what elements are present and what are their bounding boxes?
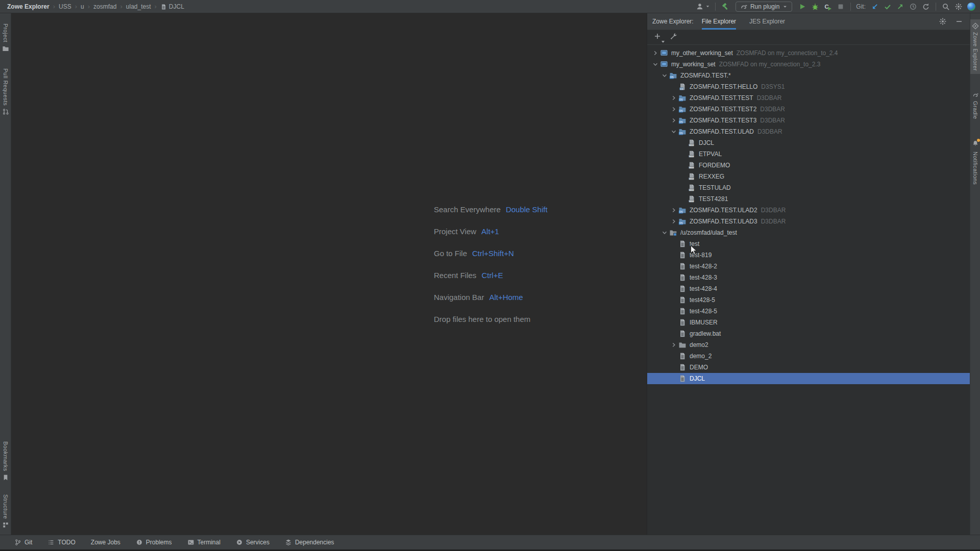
tree-row[interactable]: DSZOSMFAD.TEST.ULAD2D3DBAR <box>647 205 970 216</box>
chevron-right-icon[interactable] <box>670 94 678 102</box>
dataset-icon: DS <box>678 128 687 136</box>
chevron-right-icon[interactable] <box>670 217 678 226</box>
chevron-right-icon[interactable] <box>670 206 678 214</box>
debug-button[interactable] <box>810 2 821 12</box>
tree-row[interactable]: DSZOSMFAD.TEST.ULADD3DBAR <box>647 126 970 137</box>
hammer-button[interactable] <box>720 2 731 12</box>
sphere-button[interactable] <box>966 2 977 12</box>
stripe-tab-zowe-explorer[interactable]: Zowe Explorer <box>970 19 980 74</box>
stripe-tab-gradle[interactable]: Gradle <box>970 88 980 122</box>
tab-file-explorer[interactable]: File Explorer <box>702 13 736 30</box>
stop-button[interactable] <box>835 2 846 12</box>
toolwindow-button-terminal[interactable]: Terminal <box>187 539 220 546</box>
tree-row[interactable]: DSZOSMFAD.TEST.* <box>647 70 970 81</box>
chevron-right-icon[interactable] <box>670 116 678 124</box>
tree-item-suffix: D3SYS1 <box>761 83 785 90</box>
chevron-spacer <box>670 307 678 315</box>
run-configuration-dropdown[interactable]: Run plugin <box>736 2 792 12</box>
panel-minimize-button[interactable] <box>953 16 965 27</box>
tree-row[interactable]: MEMTESTULAD <box>647 182 970 193</box>
chevron-down-icon[interactable] <box>660 71 669 80</box>
tree-row[interactable]: IBMUSER <box>647 317 970 328</box>
rollback-button[interactable] <box>920 2 932 12</box>
tree-row[interactable]: DSZOSMFAD.TEST.ULAD3D3DBAR <box>647 216 970 227</box>
search-button[interactable] <box>940 2 951 12</box>
dataset-icon: DS <box>678 206 687 214</box>
tree-row[interactable]: test-428-5 <box>647 306 970 317</box>
tree-row[interactable]: /u/zosmfad/ulad_test <box>647 227 970 238</box>
settings-wrench-button[interactable] <box>670 32 678 42</box>
tree-row[interactable]: test-428-2 <box>647 261 970 272</box>
tree-row[interactable]: test428-5 <box>647 294 970 306</box>
user-button[interactable] <box>694 2 705 12</box>
tree-row[interactable]: DSZOSMFAD.TEST.TEST3D3DBAR <box>647 115 970 126</box>
coverage-button[interactable]: C <box>822 2 834 12</box>
chevron-down-icon[interactable] <box>651 60 659 68</box>
tree-row[interactable]: DEMO <box>647 362 970 373</box>
tree-row[interactable]: MEMDJCL <box>647 137 970 148</box>
breadcrumb-item[interactable]: USS <box>59 3 71 10</box>
chevron-down-icon[interactable] <box>660 229 669 237</box>
chevron-right-icon[interactable] <box>670 105 678 113</box>
chevron-right-icon[interactable] <box>651 49 659 57</box>
tree-row[interactable]: DJCL <box>647 373 970 384</box>
tree-row[interactable]: gradlew.bat <box>647 328 970 339</box>
tree-row[interactable]: test-428-3 <box>647 272 970 283</box>
shortcut-hint-row: Project ViewAlt+1 <box>434 220 548 242</box>
tree-row[interactable]: DSZOSMFAD.TEST.TEST2D3DBAR <box>647 104 970 115</box>
toolwindow-button-todo[interactable]: TODO <box>47 539 75 546</box>
chevron-down-icon[interactable] <box>670 128 678 136</box>
chevron-spacer <box>670 240 678 248</box>
breadcrumb-separator: › <box>88 3 90 10</box>
chevron-right-icon[interactable] <box>670 341 678 349</box>
tree-row[interactable]: my_other_working_setZOSMFAD on my_connec… <box>647 47 970 59</box>
git-commit-button[interactable] <box>882 2 893 12</box>
run-button[interactable] <box>797 2 808 12</box>
toolwindow-button-zowe-jobs[interactable]: Zowe Jobs <box>91 539 120 546</box>
tree-item-label: demo2 <box>690 341 708 348</box>
stripe-tab-label: Project <box>3 23 8 42</box>
tab-jes-explorer[interactable]: JES Explorer <box>749 13 785 30</box>
tree-row[interactable]: MEMREXXEG <box>647 171 970 182</box>
shortcut-hint-row: Go to FileCtrl+Shift+N <box>434 242 548 264</box>
breadcrumb-item[interactable]: u <box>81 3 84 10</box>
toolwindow-button-git[interactable]: Git <box>14 539 32 546</box>
stripe-tab-project[interactable]: Project <box>0 20 11 55</box>
panel-settings-button[interactable] <box>937 16 948 27</box>
git-update-button[interactable] <box>869 2 880 12</box>
tree-row[interactable]: test-428-4 <box>647 283 970 294</box>
tree-row[interactable]: MEMFORDEMO <box>647 160 970 171</box>
tree-row[interactable]: DSZOSMFAD.TEST.TESTD3DBAR <box>647 92 970 104</box>
tree-row[interactable]: MEMETPVAL <box>647 148 970 160</box>
tree-row[interactable]: demo_2 <box>647 350 970 362</box>
breadcrumb-item[interactable]: zosmfad <box>93 3 116 10</box>
tree-row[interactable]: my_working_setZOSMFAD on my_connection_t… <box>647 59 970 70</box>
stripe-tab-bookmarks[interactable]: Bookmarks <box>0 438 11 484</box>
shortcut-action-label: Recent Files <box>434 271 476 280</box>
toolwindow-button-dependencies[interactable]: Dependencies <box>285 539 334 546</box>
add-profile-button[interactable] <box>653 32 662 42</box>
zowe-panel-header: Zowe Explorer: File ExplorerJES Explorer <box>647 13 970 30</box>
file-icon <box>678 273 687 282</box>
git-push-button[interactable] <box>895 2 906 12</box>
stripe-tab-notifications[interactable]: Notifications <box>970 137 980 188</box>
file-icon <box>678 363 687 371</box>
tree-row[interactable]: test-819 <box>647 249 970 261</box>
tree-row[interactable]: demo2 <box>647 339 970 350</box>
history-button[interactable] <box>908 2 919 12</box>
breadcrumb-item[interactable]: ulad_test <box>126 3 151 10</box>
settings-button[interactable] <box>953 2 964 12</box>
toolwindow-button-services[interactable]: Services <box>236 539 270 546</box>
stripe-tab-structure[interactable]: Structure <box>0 491 11 532</box>
caret-down-icon <box>662 41 665 43</box>
tree-row[interactable]: test <box>647 238 970 249</box>
breadcrumb-item[interactable]: Zowe Explorer <box>7 3 50 10</box>
tree-row[interactable]: DSZOSMFAD.TEST.HELLOD3SYS1 <box>647 81 970 92</box>
dataset-file-icon: DS <box>678 83 687 91</box>
stripe-tab-pull-requests[interactable]: Pull Requests <box>0 65 11 118</box>
tree-row[interactable]: MEMTEST4281 <box>647 193 970 205</box>
caret-down-button[interactable] <box>705 2 711 12</box>
toolwindow-button-problems[interactable]: Problems <box>136 539 172 546</box>
shortcut-keys: Alt+1 <box>481 227 499 236</box>
breadcrumb-item[interactable]: DJCL <box>160 3 184 10</box>
